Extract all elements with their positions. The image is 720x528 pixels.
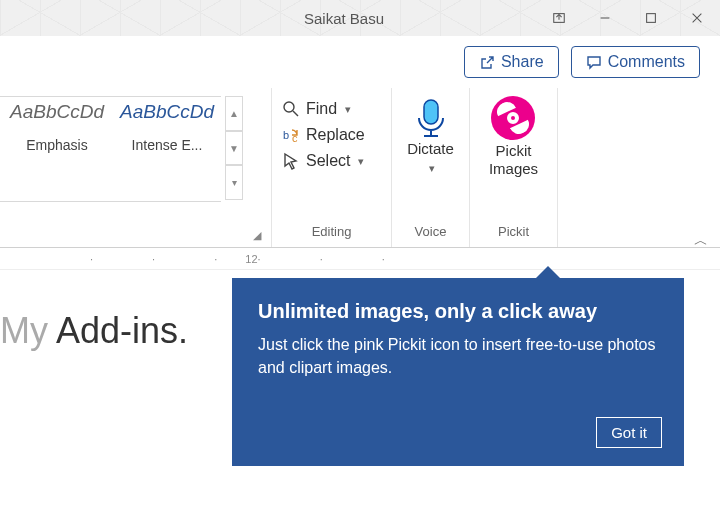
select-label: Select bbox=[306, 152, 350, 170]
svg-text:c: c bbox=[292, 132, 298, 144]
style-intense-emphasis[interactable]: AaBbCcDd Intense E... bbox=[119, 101, 215, 153]
style-name: Emphasis bbox=[9, 137, 105, 153]
dictate-button[interactable]: Dictate▾ bbox=[407, 96, 454, 176]
pickit-group: PickitImages Pickit bbox=[470, 88, 558, 247]
share-button[interactable]: Share bbox=[464, 46, 559, 78]
doc-main: Add-ins. bbox=[56, 310, 188, 351]
doc-prefix: My bbox=[0, 310, 56, 351]
ribbon: AaBbCcDd Emphasis AaBbCcDd Intense E... … bbox=[0, 88, 720, 248]
voice-group-label: Voice bbox=[415, 224, 447, 243]
style-preview: AaBbCcDd bbox=[9, 101, 105, 123]
callout-body: Just click the pink Pickit icon to inser… bbox=[258, 333, 658, 379]
styles-group: AaBbCcDd Emphasis AaBbCcDd Intense E... … bbox=[0, 88, 272, 247]
ruler-mark: 12 bbox=[245, 253, 257, 265]
voice-group: Dictate▾ Voice bbox=[392, 88, 470, 247]
pickit-label: PickitImages bbox=[489, 142, 538, 178]
search-icon bbox=[282, 100, 300, 118]
pickit-group-label: Pickit bbox=[498, 224, 529, 243]
pickit-logo-icon bbox=[491, 96, 535, 140]
editing-group: Find ▾ bc Replace Select ▾ Editing bbox=[272, 88, 392, 247]
replace-icon: bc bbox=[282, 126, 300, 144]
ribbon-display-options-button[interactable] bbox=[536, 0, 582, 36]
got-it-button[interactable]: Got it bbox=[596, 417, 662, 448]
styles-gallery[interactable]: AaBbCcDd Emphasis AaBbCcDd Intense E... bbox=[0, 96, 221, 202]
close-icon bbox=[690, 11, 704, 25]
svg-rect-1 bbox=[647, 14, 656, 23]
chevron-down-icon: ▾ bbox=[345, 103, 351, 116]
maximize-icon bbox=[644, 11, 658, 25]
replace-button[interactable]: bc Replace bbox=[282, 122, 381, 148]
find-button[interactable]: Find ▾ bbox=[282, 96, 381, 122]
cursor-icon bbox=[282, 152, 300, 170]
callout-title: Unlimited images, only a click away bbox=[258, 300, 658, 323]
share-label: Share bbox=[501, 53, 544, 71]
select-button[interactable]: Select ▾ bbox=[282, 148, 381, 174]
style-emphasis[interactable]: AaBbCcDd Emphasis bbox=[9, 101, 105, 153]
pickit-callout: Unlimited images, only a click away Just… bbox=[232, 278, 684, 466]
styles-dialog-launcher[interactable]: ◢ bbox=[253, 229, 267, 243]
minimize-icon bbox=[598, 11, 612, 25]
svg-text:b: b bbox=[283, 129, 289, 141]
comments-label: Comments bbox=[608, 53, 685, 71]
box-arrow-icon bbox=[552, 11, 566, 25]
find-label: Find bbox=[306, 100, 337, 118]
dictate-label: Dictate▾ bbox=[407, 140, 454, 176]
svg-point-2 bbox=[284, 102, 294, 112]
styles-expand[interactable]: ▾ bbox=[226, 165, 243, 200]
share-bar: Share Comments bbox=[0, 36, 720, 88]
styles-scroll: ▲ ▼ ▾ bbox=[225, 96, 243, 200]
chevron-down-icon: ▾ bbox=[429, 162, 435, 174]
style-name: Intense E... bbox=[119, 137, 215, 153]
editing-group-label: Editing bbox=[282, 224, 381, 243]
style-preview: AaBbCcDd bbox=[119, 101, 215, 123]
pickit-images-button[interactable]: PickitImages bbox=[489, 96, 538, 178]
account-name: Saikat Basu bbox=[304, 10, 384, 27]
comments-button[interactable]: Comments bbox=[571, 46, 700, 78]
replace-label: Replace bbox=[306, 126, 365, 144]
svg-rect-5 bbox=[424, 100, 438, 124]
collapse-ribbon-button[interactable]: ︿ bbox=[694, 232, 708, 250]
styles-scroll-up[interactable]: ▲ bbox=[226, 96, 243, 131]
ruler[interactable]: · · · 12 · · · bbox=[0, 248, 720, 270]
minimize-button[interactable] bbox=[582, 0, 628, 36]
title-bar: Saikat Basu bbox=[0, 0, 720, 36]
styles-scroll-down[interactable]: ▼ bbox=[226, 131, 243, 166]
comment-icon bbox=[586, 54, 602, 70]
microphone-icon bbox=[410, 96, 452, 138]
share-icon bbox=[479, 54, 495, 70]
close-button[interactable] bbox=[674, 0, 720, 36]
maximize-button[interactable] bbox=[628, 0, 674, 36]
chevron-down-icon: ▾ bbox=[358, 155, 364, 168]
